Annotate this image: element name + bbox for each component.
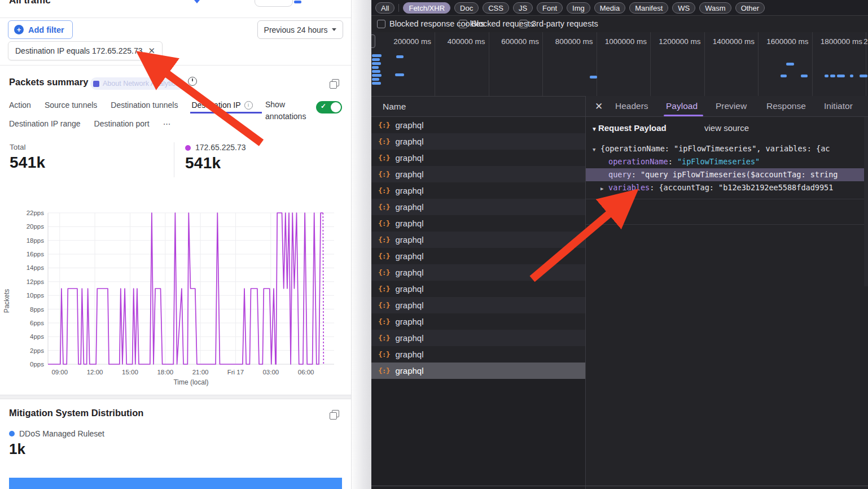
packets-chart: 0pps2pps4pps6pps8pps10pps12pps14pps16pps… (0, 205, 351, 391)
filter-pill-doc[interactable]: Doc (454, 2, 479, 14)
show-annotations-toggle[interactable]: ✓ (316, 101, 342, 113)
request-payload-header[interactable]: ▼Request Payload (591, 123, 667, 133)
packets-summary-title: Packets summary (9, 77, 88, 88)
svg-text:4pps: 4pps (30, 333, 44, 340)
tab-payload[interactable]: Payload (666, 101, 698, 111)
scrollbar[interactable] (864, 117, 868, 286)
filter-pill-img[interactable]: Img (567, 2, 590, 14)
tab-label: Action (9, 101, 31, 110)
filter-pill-all[interactable]: All (375, 2, 394, 14)
json-braces-icon: {:} (378, 121, 389, 129)
network-filter-bar: AllFetch/XHRDocCSSJSFontImgMediaManifest… (371, 0, 868, 16)
timeline-drag-handle[interactable] (371, 34, 375, 48)
filter-pill-font[interactable]: Font (537, 2, 563, 14)
filter-chip[interactable]: Destination IP equals 172.65.225.73 ✕ (8, 41, 163, 60)
cropped-button[interactable] (255, 0, 293, 7)
svg-text:2pps: 2pps (30, 347, 44, 354)
request-list: Name {:}graphql{:}graphql{:}graphql{:}gr… (371, 96, 586, 489)
tab-destination-ip-range[interactable]: Destination IP range (9, 119, 81, 128)
request-row[interactable]: {:}graphql (371, 215, 585, 232)
filter-pill-ws[interactable]: WS (672, 2, 695, 14)
timeline-request-bar (850, 75, 853, 77)
svg-text:18pps: 18pps (27, 237, 45, 244)
request-row[interactable]: {:}graphql (371, 330, 585, 346)
request-row[interactable]: {:}graphql (371, 248, 585, 264)
filter-pill-other[interactable]: Other (735, 2, 765, 14)
legend-dot (185, 145, 191, 151)
json-braces-icon: {:} (378, 235, 389, 244)
payload-row-variables[interactable]: ▶variables: {accountTag: "b12e3b2192ee55… (586, 181, 868, 194)
payload-row-query[interactable]: query: "query ipFlowTimeseries($accountT… (586, 168, 868, 181)
request-name: graphql (395, 235, 423, 244)
tab-headers[interactable]: Headers (615, 101, 648, 111)
request-row[interactable]: {:}graphql (371, 346, 585, 363)
request-row[interactable]: {:}graphql (371, 297, 585, 313)
timeline-request-bar (372, 66, 379, 69)
request-row[interactable]: {:}graphql (371, 232, 585, 248)
svg-text:Packets: Packets (3, 289, 11, 313)
payload-key: operationName (608, 157, 668, 166)
filter-pill-wasm[interactable]: Wasm (699, 2, 731, 14)
request-row[interactable]: {:}graphql (371, 363, 585, 379)
checkbox-1[interactable] (459, 20, 467, 28)
request-row[interactable]: {:}graphql (371, 313, 585, 330)
filter-pill-media[interactable]: Media (594, 2, 625, 14)
request-name: graphql (395, 251, 423, 261)
request-list-header[interactable]: Name (371, 96, 585, 117)
request-row[interactable]: {:}graphql (371, 281, 585, 297)
triangle-down-icon: ▼ (591, 126, 597, 132)
expand-card-icon[interactable] (332, 79, 339, 86)
request-row[interactable]: {:}graphql (371, 182, 585, 199)
filter-pill-manifest[interactable]: Manifest (629, 2, 668, 14)
tab-response[interactable]: Response (766, 101, 806, 111)
request-row[interactable]: {:}graphql (371, 133, 585, 150)
time-range-dropdown[interactable]: Previous 24 hours (257, 20, 343, 39)
add-filter-button[interactable]: + Add filter (8, 20, 73, 39)
mitigation-legend: DDoS Managed Ruleset (9, 429, 104, 438)
request-name: graphql (395, 169, 423, 179)
tab-label: Destination port (94, 119, 150, 128)
view-source-link[interactable]: view source (704, 123, 749, 133)
stat-value: 541k (10, 154, 46, 172)
json-braces-icon: {:} (378, 154, 389, 162)
checkbox-0[interactable] (377, 20, 385, 28)
tab-destination-tunnels[interactable]: Destination tunnels (111, 101, 178, 110)
tab-initiator[interactable]: Initiator (824, 101, 853, 111)
request-row[interactable]: {:}graphql (371, 264, 585, 281)
svg-text:0pps: 0pps (30, 361, 44, 368)
json-braces-icon: {:} (378, 285, 389, 293)
tab-destination-port[interactable]: Destination port (94, 119, 150, 128)
about-network-analytics-badge[interactable]: About Network Analytics (90, 77, 185, 90)
tab--[interactable]: ⋯ (163, 119, 171, 128)
timeline-request-bar (781, 75, 787, 77)
filter-chip-text: Destination IP equals 172.65.225.73 (15, 46, 142, 55)
tab-preview[interactable]: Preview (716, 101, 747, 111)
timeline-request-bar (372, 58, 380, 61)
stat-series: 172.65.225.73541k (185, 143, 246, 172)
tab-destination-ip[interactable]: Destination IPi (191, 101, 252, 110)
triangle-down-icon[interactable]: ▼ (593, 143, 600, 155)
payload-root-row[interactable]: ▼{operationName: "ipFlowTimeseries", var… (586, 142, 868, 155)
close-icon[interactable]: ✕ (595, 101, 603, 112)
payload-value: {accountTag: "b12e3b2192ee5588fdad9951 (659, 183, 833, 192)
network-timeline-overview[interactable]: 200000 ms400000 ms600000 ms800000 ms1000… (371, 32, 868, 97)
filter-pill-js[interactable]: JS (513, 2, 533, 14)
filter-pill-css[interactable]: CSS (483, 2, 509, 14)
tab-action[interactable]: Action (9, 101, 31, 110)
triangle-right-icon[interactable]: ▶ (600, 182, 608, 194)
request-row[interactable]: {:}graphql (371, 150, 585, 166)
close-icon[interactable]: ✕ (148, 46, 155, 56)
timeline-request-bar (837, 75, 845, 77)
request-row[interactable]: {:}graphql (371, 117, 585, 133)
chevron-down-icon (332, 28, 336, 31)
checkbox-label: Blocked response cookies (389, 19, 484, 28)
request-row[interactable]: {:}graphql (371, 199, 585, 215)
request-row[interactable]: {:}graphql (371, 166, 585, 182)
expand-card-icon[interactable] (332, 410, 339, 417)
tab-source-tunnels[interactable]: Source tunnels (45, 101, 97, 110)
json-braces-icon: {:} (378, 301, 389, 309)
checkbox-2[interactable] (519, 20, 528, 28)
svg-text:6pps: 6pps (30, 320, 44, 326)
filter-pill-fetchxhr[interactable]: Fetch/XHR (403, 2, 450, 14)
payload-row-operationName[interactable]: operationName: "ipFlowTimeseries" (586, 155, 868, 168)
